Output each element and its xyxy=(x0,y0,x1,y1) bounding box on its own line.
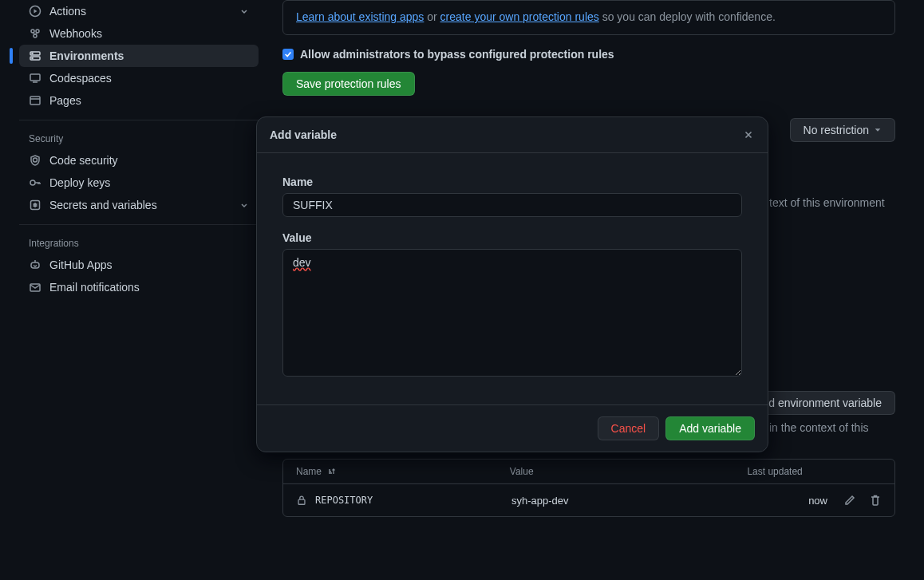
modal-title: Add variable xyxy=(270,128,337,141)
cancel-button[interactable]: Cancel xyxy=(598,416,660,440)
key-icon xyxy=(29,176,41,189)
chevron-down-icon xyxy=(239,6,249,16)
codespaces-icon xyxy=(29,72,41,85)
value-textarea[interactable] xyxy=(282,249,742,377)
sidebar-item-github-apps[interactable]: GitHub Apps xyxy=(19,254,259,276)
webhook-icon xyxy=(29,27,41,40)
variable-value-cell: syh-app-dev xyxy=(511,495,751,507)
column-header-name[interactable]: Name xyxy=(296,466,510,477)
protection-info-box: Learn about existing apps or create your… xyxy=(282,0,895,35)
asterisk-icon xyxy=(29,199,41,211)
sidebar-item-webhooks[interactable]: Webhooks xyxy=(19,22,259,45)
svg-point-7 xyxy=(32,57,33,58)
add-variable-modal: Add variable Name Value Cancel Add varia… xyxy=(256,116,768,452)
learn-apps-link[interactable]: Learn about existing apps xyxy=(296,10,424,23)
checkbox-label: Allow administrators to bypass configure… xyxy=(300,48,614,61)
sidebar-item-label: Code security xyxy=(49,154,118,167)
modal-body: Name Value xyxy=(257,153,768,404)
sidebar-item-secrets[interactable]: Secrets and variables xyxy=(19,194,259,216)
close-button[interactable] xyxy=(742,128,755,141)
svg-rect-9 xyxy=(30,97,40,105)
sidebar-item-codespaces[interactable]: Codespaces xyxy=(19,67,259,89)
sidebar-section-integrations: Integrations xyxy=(19,225,259,254)
name-field-label: Name xyxy=(282,176,742,188)
sidebar-item-label: Pages xyxy=(49,94,81,107)
variable-name-cell: REPOSITORY xyxy=(296,495,511,506)
column-header-updated: Last updated xyxy=(747,466,882,477)
sidebar-section-security: Security xyxy=(19,120,259,149)
svg-point-11 xyxy=(30,180,35,185)
svg-point-3 xyxy=(34,34,37,37)
row-actions xyxy=(843,494,882,507)
name-input[interactable] xyxy=(282,193,742,217)
svg-rect-8 xyxy=(30,74,40,81)
modal-header: Add variable xyxy=(257,117,768,153)
button-label: No restriction xyxy=(804,124,869,136)
column-header-value: Value xyxy=(510,466,748,477)
table-header: Name Value Last updated xyxy=(283,460,894,484)
text: or xyxy=(424,10,440,23)
svg-point-6 xyxy=(32,53,33,53)
shield-icon xyxy=(29,154,41,167)
sidebar-item-label: Secrets and variables xyxy=(49,199,157,211)
variable-name: REPOSITORY xyxy=(315,495,373,506)
sidebar-item-environments[interactable]: Environments xyxy=(19,45,259,67)
add-variable-submit-button[interactable]: Add variable xyxy=(665,416,755,440)
allow-admin-bypass-checkbox[interactable]: Allow administrators to bypass configure… xyxy=(282,48,895,61)
sidebar-item-label: Environments xyxy=(49,49,124,62)
text: so you can deploy with confidence. xyxy=(599,10,776,23)
hubot-icon xyxy=(29,258,41,271)
sort-icon xyxy=(326,467,336,476)
checkbox-checked-icon xyxy=(282,49,294,60)
save-protection-rules-button[interactable]: Save protection rules xyxy=(282,72,415,96)
sidebar-item-label: GitHub Apps xyxy=(49,258,113,271)
svg-point-10 xyxy=(34,158,38,162)
sidebar-item-label: Webhooks xyxy=(49,27,102,40)
delete-button[interactable] xyxy=(869,494,882,507)
no-restriction-dropdown[interactable]: No restriction xyxy=(790,118,895,142)
create-rules-link[interactable]: create your own protection rules xyxy=(440,10,599,23)
sidebar-item-label: Codespaces xyxy=(49,72,112,85)
browser-icon xyxy=(29,94,41,107)
main-content: Learn about existing apps or create your… xyxy=(282,0,895,96)
table-row: REPOSITORY syh-app-dev now xyxy=(283,484,894,516)
svg-rect-13 xyxy=(31,262,39,268)
chevron-down-icon xyxy=(239,200,249,210)
sidebar-item-label: Deploy keys xyxy=(49,176,110,189)
sidebar-item-email[interactable]: Email notifications xyxy=(19,276,259,298)
lock-icon xyxy=(296,495,307,506)
close-icon xyxy=(743,129,754,140)
svg-point-1 xyxy=(31,30,34,33)
svg-rect-15 xyxy=(298,499,305,504)
sidebar-item-label: Email notifications xyxy=(49,281,140,294)
sidebar-item-actions[interactable]: Actions xyxy=(19,0,259,22)
value-field-label: Value xyxy=(282,231,742,244)
svg-point-2 xyxy=(36,30,39,33)
header-label: Name xyxy=(296,466,322,477)
play-circle-icon xyxy=(29,5,41,18)
variables-table: Name Value Last updated REPOSITORY syh-a… xyxy=(282,459,895,517)
mail-icon xyxy=(29,281,41,294)
settings-sidebar: Actions Webhooks Environments Codespaces… xyxy=(19,0,259,298)
sidebar-item-pages[interactable]: Pages xyxy=(19,89,259,112)
sidebar-item-code-security[interactable]: Code security xyxy=(19,149,259,172)
variable-updated-cell: now xyxy=(772,495,827,507)
environment-context-text: in the context of this xyxy=(769,420,869,436)
add-environment-variable-button[interactable]: d environment variable xyxy=(755,391,895,415)
server-icon xyxy=(29,49,41,62)
sidebar-item-deploy-keys[interactable]: Deploy keys xyxy=(19,172,259,194)
environment-context-text: text of this environment xyxy=(769,195,885,211)
edit-button[interactable] xyxy=(843,494,856,507)
modal-footer: Cancel Add variable xyxy=(257,404,768,452)
sidebar-item-label: Actions xyxy=(49,5,86,18)
